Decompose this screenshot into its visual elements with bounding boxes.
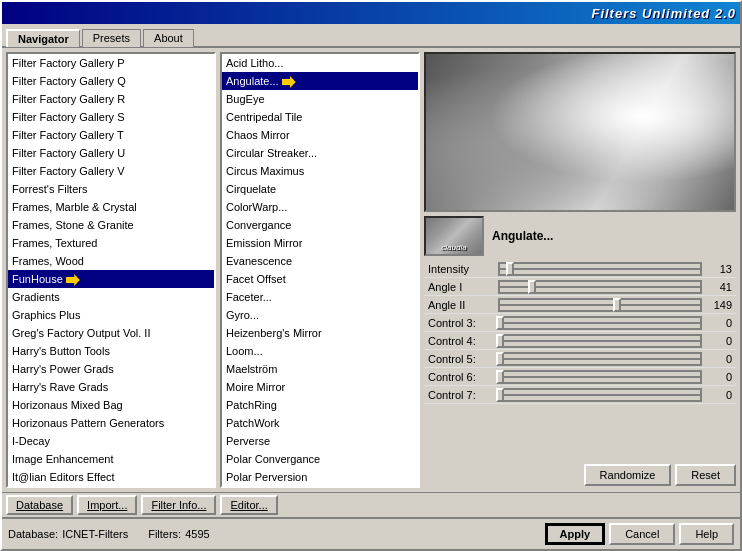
apply-button[interactable]: Apply <box>545 523 606 545</box>
middle-list-item[interactable]: PatchWork <box>222 414 418 432</box>
control-slider-7[interactable] <box>498 388 702 402</box>
left-list-item[interactable]: Filter Factory Gallery V <box>8 162 214 180</box>
control-row: Control 7: 0 <box>424 386 736 404</box>
slider-thumb[interactable] <box>506 262 514 276</box>
left-list-item[interactable]: Horizonaus Mixed Bag <box>8 396 214 414</box>
middle-list-item[interactable]: Angulate... <box>222 72 418 90</box>
middle-list-item[interactable]: Circular Streaker... <box>222 144 418 162</box>
middle-list-item[interactable]: Heizenberg's Mirror <box>222 324 418 342</box>
randomize-button[interactable]: Randomize <box>584 464 672 486</box>
left-list-item[interactable]: Greg's Factory Output Vol. II <box>8 324 214 342</box>
category-list-scroll[interactable]: Filter Factory Gallery PFilter Factory G… <box>8 54 214 486</box>
control-value: 0 <box>706 317 736 329</box>
title-bar-title: Filters Unlimited 2.0 <box>591 6 736 21</box>
left-list-item[interactable]: I-Decay <box>8 432 214 450</box>
middle-list-item[interactable]: Perverse <box>222 432 418 450</box>
middle-list-item[interactable]: BugEye <box>222 90 418 108</box>
middle-list-item[interactable]: Circus Maximus <box>222 162 418 180</box>
control-label: Control 3: <box>424 317 494 329</box>
middle-list-item[interactable]: Maelström <box>222 360 418 378</box>
cancel-button[interactable]: Cancel <box>609 523 675 545</box>
left-list-item[interactable]: Frames, Wood <box>8 252 214 270</box>
left-list-item[interactable]: Frames, Marble & Crystal <box>8 198 214 216</box>
control-label: Control 6: <box>424 371 494 383</box>
tab-navigator[interactable]: Navigator <box>6 29 80 47</box>
left-list-item[interactable]: Filter Factory Gallery Q <box>8 72 214 90</box>
middle-list-item[interactable]: Evanescence <box>222 252 418 270</box>
filter-info-button[interactable]: Filter Info... <box>141 495 216 515</box>
middle-list-item[interactable]: Emission Mirror <box>222 234 418 252</box>
left-list-item[interactable]: Filter Factory Gallery T <box>8 126 214 144</box>
left-list-item[interactable]: Graphics Plus <box>8 306 214 324</box>
preview-area <box>424 52 736 212</box>
control-slider-4[interactable] <box>498 334 702 348</box>
middle-list-item[interactable]: Moire Mirror <box>222 378 418 396</box>
middle-panel: Acid Litho...Angulate... BugEyeCentriped… <box>220 52 420 488</box>
middle-list-item[interactable]: Faceter... <box>222 288 418 306</box>
thumbnail-label: claudia <box>428 243 480 252</box>
control-slider-5[interactable] <box>498 352 702 366</box>
left-list-item[interactable]: Filter Factory Gallery P <box>8 54 214 72</box>
control-label: Control 7: <box>424 389 494 401</box>
control-value: 41 <box>706 281 736 293</box>
slider-thumb[interactable] <box>496 352 504 366</box>
middle-list-item[interactable]: Chaos Mirror <box>222 126 418 144</box>
control-slider-2[interactable] <box>498 298 702 312</box>
category-list: Filter Factory Gallery PFilter Factory G… <box>6 52 216 488</box>
left-list-item[interactable]: FunHouse <box>8 270 214 288</box>
slider-thumb[interactable] <box>528 280 536 294</box>
middle-list-item[interactable]: PatchRing <box>222 396 418 414</box>
left-list-item[interactable]: Frames, Stone & Granite <box>8 216 214 234</box>
control-row: Control 5: 0 <box>424 350 736 368</box>
control-row: Control 4: 0 <box>424 332 736 350</box>
slider-thumb[interactable] <box>496 388 504 402</box>
slider-thumb[interactable] <box>496 316 504 330</box>
middle-list-item[interactable]: ColorWarp... <box>222 198 418 216</box>
control-label: Angle I <box>424 281 494 293</box>
main-window: Filters Unlimited 2.0 Navigator Presets … <box>0 0 742 551</box>
left-list-item[interactable]: Harry's Button Tools <box>8 342 214 360</box>
slider-thumb[interactable] <box>613 298 621 312</box>
middle-list-item[interactable]: Facet Offset <box>222 270 418 288</box>
control-slider-3[interactable] <box>498 316 702 330</box>
left-panel: Filter Factory Gallery PFilter Factory G… <box>6 52 216 488</box>
middle-list-item[interactable]: Cirquelate <box>222 180 418 198</box>
control-slider-1[interactable] <box>498 280 702 294</box>
help-button[interactable]: Help <box>679 523 734 545</box>
left-list-item[interactable]: It@lian Editors Effect <box>8 468 214 486</box>
preview-gradient <box>426 54 734 210</box>
left-list-item[interactable]: Filter Factory Gallery R <box>8 90 214 108</box>
filters-status-label: Filters: <box>148 528 181 540</box>
slider-thumb[interactable] <box>496 370 504 384</box>
control-slider-6[interactable] <box>498 370 702 384</box>
left-list-item[interactable]: Forrest's Filters <box>8 180 214 198</box>
left-list-item[interactable]: Image Enhancement <box>8 450 214 468</box>
middle-list-item[interactable]: Polar Convergance <box>222 450 418 468</box>
filter-list-scroll[interactable]: Acid Litho...Angulate... BugEyeCentriped… <box>222 54 418 486</box>
middle-list-item[interactable]: Polar Perversion <box>222 468 418 486</box>
left-list-item[interactable]: Harry's Power Grads <box>8 360 214 378</box>
bottom-toolbar: Database Import... Filter Info... Editor… <box>2 492 740 517</box>
import-button[interactable]: Import... <box>77 495 137 515</box>
middle-list-item[interactable]: Centripedal Tile <box>222 108 418 126</box>
left-list-item[interactable]: Filter Factory Gallery U <box>8 144 214 162</box>
tab-about[interactable]: About <box>143 29 194 47</box>
left-list-item[interactable]: Frames, Textured <box>8 234 214 252</box>
database-button[interactable]: Database <box>6 495 73 515</box>
left-list-item[interactable]: Filter Factory Gallery S <box>8 108 214 126</box>
middle-list-item[interactable]: Gyro... <box>222 306 418 324</box>
control-row: Angle II 149 <box>424 296 736 314</box>
left-list-item[interactable]: Harry's Rave Grads <box>8 378 214 396</box>
left-list-item[interactable]: Gradients <box>8 288 214 306</box>
tab-presets[interactable]: Presets <box>82 29 141 47</box>
control-slider-0[interactable] <box>498 262 702 276</box>
slider-thumb[interactable] <box>496 334 504 348</box>
left-list-item[interactable]: Horizonaus Pattern Generators <box>8 414 214 432</box>
middle-list-item[interactable]: Convergance <box>222 216 418 234</box>
main-content: Filter Factory Gallery PFilter Factory G… <box>2 48 740 492</box>
editor-button[interactable]: Editor... <box>220 495 277 515</box>
control-value: 13 <box>706 263 736 275</box>
middle-list-item[interactable]: Acid Litho... <box>222 54 418 72</box>
reset-button[interactable]: Reset <box>675 464 736 486</box>
middle-list-item[interactable]: Loom... <box>222 342 418 360</box>
